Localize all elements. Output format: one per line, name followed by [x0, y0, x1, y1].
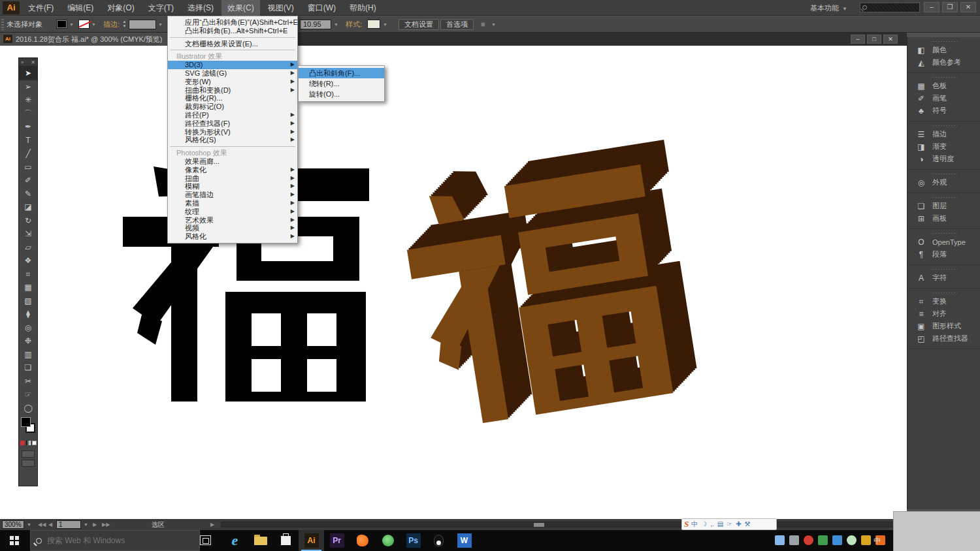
style-dropdown-icon[interactable]: ▼	[383, 16, 387, 33]
menu-item-1[interactable]: 应用“凸出和斜角(E)”(A)Shift+Ctrl+E	[168, 18, 297, 27]
artboard-number-box[interactable]: 1	[56, 520, 81, 529]
panel-button-stroke[interactable]: ☰描边	[907, 128, 980, 140]
tool-pen[interactable]: ✒	[19, 120, 37, 134]
panel-button-color-guide[interactable]: ◭颜色参考	[907, 56, 980, 69]
app-search-field[interactable]	[860, 3, 920, 12]
fill-dropdown-icon[interactable]: ▼	[69, 16, 74, 33]
handwriting-icon[interactable]: ☞	[727, 519, 732, 529]
tool-shape-builder[interactable]: ❖	[19, 254, 37, 268]
taskbar-app-store[interactable]	[273, 530, 299, 551]
toolbox-icon[interactable]: ⚒	[745, 519, 751, 529]
fullwidth-moon-icon[interactable]: ☽	[701, 519, 707, 529]
value-dropdown-icon[interactable]: ▼	[334, 16, 338, 33]
tool-paintbrush[interactable]: ✐	[19, 174, 37, 187]
tray-icon-7[interactable]	[861, 535, 871, 545]
panel-group-grip[interactable]	[931, 290, 957, 295]
scroll-left-arrow[interactable]: ▶	[210, 519, 214, 530]
taskbar-app-file-explorer[interactable]	[248, 530, 273, 551]
tool-slice[interactable]: ✂	[19, 375, 37, 388]
style-swatch[interactable]	[367, 20, 380, 29]
panel-group-grip[interactable]	[931, 39, 957, 44]
tool-blend[interactable]: ◎	[19, 321, 37, 335]
tools-panel-header[interactable]: » ✕	[19, 58, 37, 67]
control-bar-grip[interactable]	[1, 19, 4, 30]
tool-symbol-sprayer[interactable]: ❉	[19, 334, 37, 348]
next-artboard-button[interactable]: ▶	[93, 519, 97, 530]
panel-button-color[interactable]: ◧颜色	[907, 44, 980, 56]
menu-item-16[interactable]: 风格化(S)▶	[168, 136, 297, 144]
tool-magic-wand[interactable]: ✳	[19, 93, 37, 107]
menubar-item-1[interactable]: 文件(F)	[22, 0, 59, 16]
panel-button-symbols[interactable]: ♣符号	[907, 104, 980, 117]
panel-button-transform[interactable]: ⌗变换	[907, 295, 980, 307]
menu-item-26[interactable]: 艺术效果▶	[168, 216, 297, 225]
tool-pencil[interactable]: ✎	[19, 187, 37, 201]
panel-button-character[interactable]: A字符	[907, 272, 980, 284]
ime-indicator[interactable]: 中	[874, 535, 881, 546]
menu-item-19[interactable]: 效果画廊...	[168, 157, 297, 166]
taskbar-app-premiere[interactable]: Pr	[324, 530, 350, 551]
stroke-dropdown-icon[interactable]: ▼	[91, 16, 96, 33]
soft-keyboard-icon[interactable]: ▤	[717, 519, 723, 529]
fill-stroke-swatches[interactable]	[19, 415, 37, 441]
menu-item-21[interactable]: 扭曲▶	[168, 174, 297, 183]
tool-direct-selection[interactable]: ➢	[19, 80, 37, 94]
prev-artboard-button[interactable]: ◀	[48, 519, 52, 530]
menu-item-8[interactable]: SVG 滤镜(G)▶	[168, 69, 297, 78]
menu-item-20[interactable]: 像素化▶	[168, 166, 297, 174]
sogou-logo-icon[interactable]: S	[684, 519, 689, 529]
skin-icon[interactable]: ✚	[736, 519, 741, 529]
menu-item-2[interactable]: 凸出和斜角(E)...Alt+Shift+Ctrl+E	[168, 27, 297, 35]
screen-mode-button[interactable]	[22, 460, 35, 467]
menubar-item-3[interactable]: 对象(O)	[101, 0, 140, 16]
paint-mode-buttons[interactable]	[19, 441, 37, 449]
menubar-item-8[interactable]: 窗口(W)	[302, 0, 342, 16]
menubar-item-6[interactable]: 效果(C)	[221, 0, 260, 16]
menubar-item-7[interactable]: 视图(V)	[262, 0, 300, 16]
horizontal-scrollbar[interactable]	[221, 522, 892, 527]
chinese-mode-icon[interactable]: 中	[691, 519, 698, 529]
menu-item-24[interactable]: 素描▶	[168, 199, 297, 208]
tray-icon-1[interactable]	[775, 535, 785, 545]
tray-icon-5[interactable]	[832, 535, 842, 545]
preferences-button[interactable]: 首选项	[440, 19, 474, 30]
last-artboard-button[interactable]: ▶▶	[102, 519, 110, 530]
tool-scale[interactable]: ⇲	[19, 227, 37, 241]
panel-button-brushes[interactable]: ✐画笔	[907, 92, 980, 104]
tool-artboard[interactable]: ❏	[19, 361, 37, 375]
tool-mesh[interactable]: ▦	[19, 281, 37, 294]
menu-item-14[interactable]: 路径查找器(F)▶	[168, 119, 297, 128]
color-button[interactable]	[20, 441, 25, 445]
tool-hand[interactable]: ☞	[19, 388, 37, 401]
tool-rectangle[interactable]: ▭	[19, 161, 37, 174]
tool-line-segment[interactable]: ╱	[19, 147, 37, 161]
tool-lasso[interactable]: ⌒	[19, 107, 37, 121]
menu-item-11[interactable]: 栅格化(R)...	[168, 94, 297, 102]
tool-free-transform[interactable]: ▱	[19, 241, 37, 255]
menubar-item-9[interactable]: 帮助(H)	[344, 0, 382, 16]
taskbar-app-word[interactable]: W	[451, 530, 477, 551]
tray-icon-3[interactable]	[804, 535, 813, 545]
illustrator-logo-icon[interactable]: Ai	[3, 1, 20, 14]
panel-button-appearance[interactable]: ◎外观	[907, 176, 980, 189]
tool-gradient[interactable]: ▧	[19, 294, 37, 308]
document-setup-button[interactable]: 文档设置	[399, 19, 439, 30]
panel-button-paragraph[interactable]: ¶段落	[907, 248, 980, 260]
taskbar-app-qq[interactable]	[426, 530, 451, 551]
stroke-weight-stepper[interactable]: ▲▼	[122, 20, 127, 29]
panel-button-pathfinder[interactable]: ◰路径查找器	[907, 332, 980, 345]
fill-swatch[interactable]	[21, 417, 31, 427]
panel-button-transparency[interactable]: ◑透明度	[907, 153, 980, 165]
doc-close-button[interactable]: ✕	[883, 35, 898, 44]
workspace-switcher[interactable]: 基本功能▼	[810, 0, 847, 16]
style-label[interactable]: 样式:	[346, 16, 362, 33]
menu-item-23[interactable]: 画笔描边▶	[168, 191, 297, 199]
panel-group-grip[interactable]	[931, 74, 957, 80]
submenu-item-3[interactable]: 旋转(O)...	[299, 89, 384, 99]
tool-eraser[interactable]: ◪	[19, 200, 37, 214]
panel-group-grip[interactable]	[931, 230, 957, 236]
tool-eyedropper[interactable]: ⧫	[19, 307, 37, 321]
panel-button-opentype[interactable]: OOpenType	[907, 236, 980, 248]
fu-character-3d[interactable]	[396, 138, 703, 430]
taskbar-app-edge[interactable]: e	[222, 530, 248, 551]
